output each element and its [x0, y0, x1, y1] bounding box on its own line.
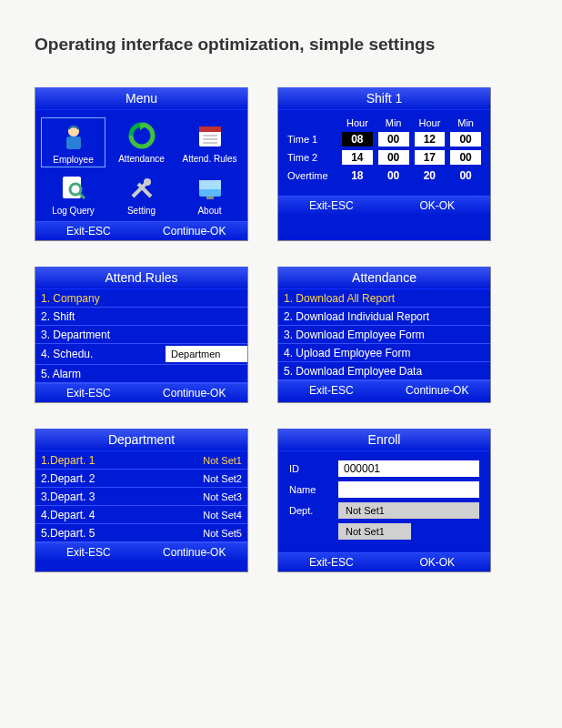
time-cell[interactable]: 08 — [342, 132, 373, 147]
continue-button[interactable]: Continue-OK — [142, 546, 248, 559]
shift-body: Hour Min Hour Min Time 1 08 00 12 00 Tim… — [278, 110, 490, 196]
menu-label: Attend. Rules — [182, 154, 236, 164]
list-item[interactable]: 5.Depart. 5Not Set5 — [35, 524, 247, 542]
list-item[interactable]: 1. Company — [35, 289, 247, 308]
department-footer: Exit-ESC Continue-OK — [35, 542, 247, 561]
col-header: Min — [450, 117, 481, 128]
dept-value: Not Set3 — [203, 491, 242, 502]
menu-item-attend-rules[interactable]: Attend. Rules — [177, 117, 242, 167]
attendance-list: 1. Download All Report 2. Download Indiv… — [278, 289, 490, 380]
svg-rect-1 — [66, 136, 81, 149]
svg-rect-5 — [199, 126, 221, 132]
time-cell[interactable]: 00 — [378, 150, 409, 165]
list-item[interactable]: 3. Download Employee Form — [278, 326, 490, 344]
time-cell[interactable]: 18 — [342, 168, 373, 183]
row-label: Overtime — [287, 170, 336, 181]
menu-title: Menu — [35, 87, 247, 110]
panel-grid: Menu Employee Attendance Attend. Rules — [35, 87, 527, 572]
svg-rect-16 — [199, 180, 221, 189]
row-label: Time 1 — [287, 134, 336, 145]
menu-label: Setting — [127, 206, 156, 216]
department-list: 1.Depart. 1Not Set1 2.Depart. 2Not Set2 … — [35, 451, 247, 542]
time-cell[interactable]: 00 — [450, 132, 481, 147]
menu-label: About — [197, 206, 221, 216]
menu-item-setting[interactable]: Setting — [109, 169, 174, 217]
dept-value: Not Set2 — [203, 473, 242, 484]
time-cell[interactable]: 00 — [378, 168, 409, 183]
list-item[interactable]: 2. Download Individual Report — [278, 308, 490, 326]
dept-value: Not Set5 — [203, 528, 242, 539]
continue-button[interactable]: Continue-OK — [142, 387, 248, 399]
time-cell[interactable]: 14 — [342, 150, 373, 165]
time-cell[interactable]: 20 — [415, 168, 446, 183]
attend-rules-panel: Attend.Rules 1. Company 2. Shift 3. Depa… — [35, 267, 248, 403]
time-cell[interactable]: 00 — [450, 168, 481, 183]
list-item[interactable]: 3.Depart. 3Not Set3 — [35, 488, 247, 506]
menu-panel: Menu Employee Attendance Attend. Rules — [35, 87, 248, 241]
attend-rules-footer: Exit-ESC Continue-OK — [35, 383, 247, 402]
menu-item-attendance[interactable]: Attendance — [109, 117, 174, 167]
exit-button[interactable]: Exit-ESC — [278, 556, 385, 569]
name-field[interactable] — [338, 481, 479, 498]
enroll-panel: Enroll ID 000001 Name Dept. Not Set1 Not… — [277, 429, 491, 572]
dept-select[interactable]: Not Set1 — [338, 502, 479, 519]
list-item[interactable]: 3. Department — [35, 326, 247, 344]
list-item[interactable]: 2.Depart. 2Not Set2 — [35, 470, 247, 488]
popup-value: Departmen — [166, 346, 247, 362]
time-cell[interactable]: 00 — [450, 150, 481, 165]
exit-button[interactable]: Exit-ESC — [278, 199, 385, 212]
page-heading: Operating interface optimization, simple… — [35, 35, 527, 55]
department-title: Department — [35, 429, 247, 451]
dept-label: Dept. — [289, 505, 331, 516]
col-header: Hour — [415, 117, 446, 128]
menu-item-about[interactable]: About — [177, 169, 242, 217]
time-cell[interactable]: 00 — [378, 132, 409, 147]
col-header: Min — [378, 117, 409, 128]
continue-button[interactable]: Continue-OK — [142, 225, 248, 238]
name-label: Name — [289, 484, 331, 495]
enroll-button[interactable]: Not Set1 — [338, 523, 411, 540]
row-label: Time 2 — [287, 152, 336, 163]
attendance-footer: Exit-ESC Continue-OK — [278, 380, 490, 399]
col-header: Hour — [342, 117, 373, 128]
list-item[interactable]: 2. Shift — [35, 308, 247, 326]
menu-footer: Exit-ESC Continue-OK — [35, 221, 247, 240]
ok-button[interactable]: OK-OK — [385, 199, 491, 212]
list-item[interactable]: 5. Download Employee Data — [278, 362, 490, 380]
exit-button[interactable]: Exit-ESC — [35, 387, 142, 399]
dept-value: Not Set4 — [203, 510, 242, 521]
exit-button[interactable]: Exit-ESC — [35, 546, 142, 559]
menu-item-log-query[interactable]: Log Query — [41, 169, 105, 217]
list-item[interactable]: 5. Alarm — [35, 365, 247, 383]
list-item[interactable]: 1.Depart. 1Not Set1 — [35, 451, 247, 470]
enroll-title: Enroll — [278, 429, 490, 451]
menu-label: Employee — [53, 155, 93, 165]
list-item[interactable]: 4. Upload Employee Form — [278, 344, 490, 362]
department-panel: Department 1.Depart. 1Not Set1 2.Depart.… — [35, 429, 248, 572]
ok-button[interactable]: OK-OK — [385, 556, 491, 569]
enroll-body: ID 000001 Name Dept. Not Set1 Not Set1 — [278, 451, 490, 552]
menu-label: Attendance — [118, 154, 165, 164]
shift-row-time1: Time 1 08 00 12 00 — [287, 132, 481, 147]
exit-button[interactable]: Exit-ESC — [35, 225, 142, 238]
about-icon — [194, 171, 226, 204]
list-item[interactable]: 4. Schedu.Departmen — [35, 344, 247, 365]
attendance-panel: Attendance 1. Download All Report 2. Dow… — [277, 267, 491, 403]
attend-rules-list: 1. Company 2. Shift 3. Department 4. Sch… — [35, 289, 247, 383]
svg-rect-17 — [206, 197, 214, 199]
list-item[interactable]: 4.Depart. 4Not Set4 — [35, 506, 247, 524]
continue-button[interactable]: Continue-OK — [385, 384, 491, 397]
tools-icon — [125, 171, 158, 204]
list-item[interactable]: 1. Download All Report — [278, 289, 490, 308]
shift-row-time2: Time 2 14 00 17 00 — [287, 150, 481, 165]
menu-item-employee[interactable]: Employee — [41, 117, 105, 167]
shift-footer: Exit-ESC OK-OK — [278, 196, 490, 215]
time-cell[interactable]: 12 — [415, 132, 446, 147]
shift-row-overtime: Overtime 18 00 20 00 — [287, 168, 481, 183]
id-field[interactable]: 000001 — [338, 460, 479, 477]
svg-point-14 — [144, 178, 151, 186]
time-cell[interactable]: 17 — [415, 150, 446, 165]
attend-rules-title: Attend.Rules — [35, 267, 247, 289]
attendance-icon — [125, 119, 158, 152]
exit-button[interactable]: Exit-ESC — [278, 384, 385, 397]
